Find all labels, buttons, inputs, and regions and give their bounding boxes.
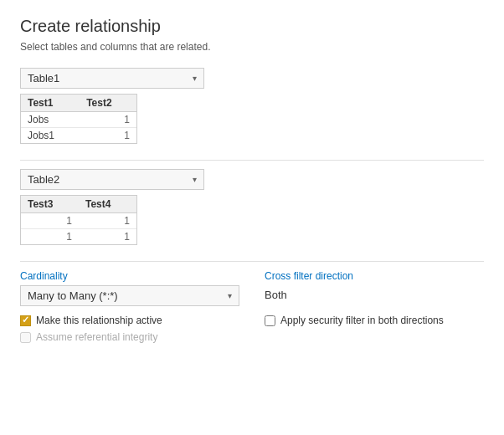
table2-dropdown-label: Table2 bbox=[28, 173, 59, 186]
table2-dropdown[interactable]: Table2 ▾ bbox=[20, 169, 204, 190]
cardinality-chevron-icon: ▾ bbox=[228, 291, 232, 300]
cross-filter-value: Both bbox=[265, 285, 484, 304]
table2-row2-col2: 1 bbox=[79, 229, 136, 245]
table-row: Jobs1 1 bbox=[21, 128, 136, 144]
table1-row2-col2: 1 bbox=[80, 128, 136, 144]
security-checkbox-row: Apply security filter in both directions bbox=[265, 315, 484, 326]
cross-filter-section: Cross filter direction Both Apply securi… bbox=[256, 270, 484, 331]
table1-col1-header: Test1 bbox=[21, 95, 80, 112]
table-row: Jobs 1 bbox=[21, 112, 136, 128]
table1-row2-col1: Jobs1 bbox=[21, 128, 80, 144]
cardinality-dropdown[interactable]: Many to Many (*:*) ▾ bbox=[20, 285, 239, 306]
table-row: 1 1 bbox=[21, 229, 136, 245]
table1-data-table: Test1 Test2 Jobs 1 Jobs1 1 bbox=[20, 94, 137, 144]
table1-row1-col2: 1 bbox=[80, 112, 136, 128]
referential-checkbox-label: Assume referential integrity bbox=[36, 331, 157, 343]
table2-chevron-icon: ▾ bbox=[193, 175, 197, 184]
active-checkbox-label: Make this relationship active bbox=[36, 315, 162, 326]
table1-chevron-icon: ▾ bbox=[193, 74, 197, 83]
security-checkbox[interactable] bbox=[265, 315, 275, 326]
cardinality-label: Cardinality bbox=[20, 270, 239, 282]
table1-col2-header: Test2 bbox=[80, 95, 136, 112]
table2-col1-header: Test3 bbox=[21, 196, 79, 213]
table1-row1-col1: Jobs bbox=[21, 112, 80, 128]
table2-section: Table2 ▾ Test3 Test4 1 1 1 1 bbox=[20, 169, 484, 248]
cardinality-value: Many to Many (*:*) bbox=[28, 289, 118, 302]
divider1 bbox=[20, 160, 484, 161]
table2-row2-col1: 1 bbox=[21, 229, 79, 245]
referential-checkbox[interactable] bbox=[20, 332, 31, 343]
table1-section: Table1 ▾ Test1 Test2 Jobs 1 Jobs1 1 bbox=[20, 68, 484, 146]
bottom-section: Cardinality Many to Many (*:*) ▾ Make th… bbox=[20, 270, 484, 348]
divider2 bbox=[20, 261, 484, 262]
cross-filter-label: Cross filter direction bbox=[265, 270, 484, 282]
table1-dropdown[interactable]: Table1 ▾ bbox=[20, 68, 204, 89]
table-row: 1 1 bbox=[21, 213, 136, 229]
active-checkbox-row: Make this relationship active bbox=[20, 315, 239, 326]
table1-dropdown-label: Table1 bbox=[28, 72, 59, 84]
active-checkbox[interactable] bbox=[20, 315, 31, 326]
subtitle-text: Select tables and columns that are relat… bbox=[20, 41, 484, 53]
page-title: Create relationship bbox=[20, 17, 484, 36]
referential-checkbox-row: Assume referential integrity bbox=[20, 331, 239, 343]
cardinality-section: Cardinality Many to Many (*:*) ▾ Make th… bbox=[20, 270, 256, 348]
table2-row1-col1: 1 bbox=[21, 213, 79, 229]
table2-data-table: Test3 Test4 1 1 1 1 bbox=[20, 195, 137, 245]
table2-row1-col2: 1 bbox=[79, 213, 136, 229]
security-checkbox-label: Apply security filter in both directions bbox=[280, 315, 444, 326]
table2-col2-header: Test4 bbox=[79, 196, 136, 213]
